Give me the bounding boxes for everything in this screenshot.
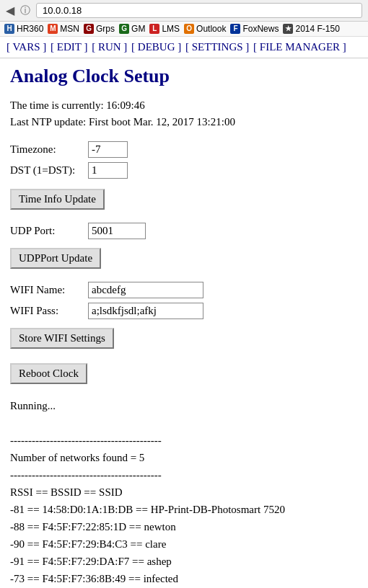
bookmark-msn[interactable]: M MSN [48,24,79,34]
bookmark-grps-icon: G [84,24,94,34]
bookmark-foxnews-label: FoxNews [242,24,279,34]
time-info: The time is currently: 16:09:46 Last NTP… [10,97,358,130]
bookmark-lms-label: LMS [162,24,180,34]
udp-port-input[interactable] [88,223,146,239]
back-button[interactable]: ◀ [6,4,14,17]
bookmark-lms[interactable]: L LMS [149,24,180,34]
url-bar[interactable]: 10.0.0.18 [36,3,362,18]
bookmark-hr360-label: HR360 [17,24,43,34]
current-time: The time is currently: 16:09:46 [10,97,358,114]
bookmark-foxnews-icon: F [230,24,240,34]
bookmark-hr360-icon: H [4,24,14,34]
bookmark-hr360[interactable]: H HR360 [4,24,43,34]
bookmark-foxnews[interactable]: F FoxNews [230,24,279,34]
bookmark-grps-label: Grps [96,24,115,34]
reboot-section: Reboot Clock [10,360,358,391]
wifi-section: WIFI Name: WIFI Pass: [10,282,358,319]
wifi-pass-label: WIFI Pass: [10,305,82,317]
reboot-button[interactable]: Reboot Clock [10,363,87,384]
timezone-input[interactable] [88,141,128,158]
bookmark-outlook[interactable]: O Outlook [184,24,226,34]
wifi-pass-row: WIFI Pass: [10,303,358,319]
dst-row: DST (1=DST): [10,162,358,179]
bookmark-msn-icon: M [48,24,58,34]
bookmark-msn-label: MSN [60,24,79,34]
bookmark-grps[interactable]: G Grps [84,24,115,34]
output-area: Running... -----------------------------… [10,397,358,587]
timezone-row: Timezone: [10,141,358,158]
wifi-name-row: WIFI Name: [10,282,358,298]
dst-input[interactable] [88,162,128,179]
time-update-button[interactable]: Time Info Update [10,189,105,210]
info-icon: ⓘ [20,4,30,17]
udp-port-label: UDP Port: [10,225,82,237]
wifi-pass-input[interactable] [88,303,203,319]
nav-vars[interactable]: [ VARS ] [6,41,46,53]
wifi-name-label: WIFI Name: [10,284,82,296]
nav-edit[interactable]: [ EDIT ] [51,41,87,53]
main-content: Analog Clock Setup The time is currently… [0,58,368,588]
bookmark-f150-icon: ★ [283,24,293,34]
udp-port-row: UDP Port: [10,223,358,239]
nav-bar: [ VARS ] [ EDIT ] [ RUN ] [ DEBUG ] [ SE… [0,37,368,58]
nav-debug[interactable]: [ DEBUG ] [131,41,181,53]
bookmark-outlook-icon: O [184,24,194,34]
bookmark-gm-icon: G [119,24,129,34]
bookmark-gm[interactable]: G GM [119,24,145,34]
bookmark-f150-label: 2014 F-150 [295,24,339,34]
page-title: Analog Clock Setup [10,66,358,87]
udp-section: UDP Port: [10,223,358,239]
ntp-info: Last NTP update: First boot Mar. 12, 201… [10,114,358,130]
nav-file-manager[interactable]: [ FILE MANAGER ] [253,41,346,53]
udp-update-button[interactable]: UDPPort Update [10,248,101,269]
nav-settings[interactable]: [ SETTINGS ] [185,41,249,53]
bookmark-gm-label: GM [131,24,145,34]
nav-run[interactable]: [ RUN ] [92,41,127,53]
bookmark-f150[interactable]: ★ 2014 F-150 [283,24,339,34]
dst-label: DST (1=DST): [10,164,82,177]
store-wifi-button[interactable]: Store WIFI Settings [10,328,114,349]
timezone-section: Timezone: DST (1=DST): [10,141,358,179]
bookmark-lms-icon: L [149,24,159,34]
browser-bar: ◀ ⓘ 10.0.0.18 [0,0,368,22]
timezone-label: Timezone: [10,143,82,156]
bookmark-outlook-label: Outlook [196,24,226,34]
wifi-name-input[interactable] [88,282,203,298]
bookmarks-bar: H HR360 M MSN G Grps G GM L LMS O Outloo… [0,22,368,37]
